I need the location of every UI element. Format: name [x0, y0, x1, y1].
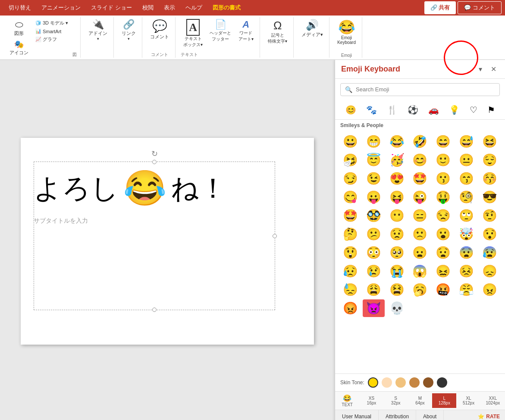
comment-button[interactable]: 💬 コメント — [458, 1, 502, 14]
emoji-cell[interactable]: 💀 — [386, 299, 408, 317]
emoji-cell[interactable]: 😭 — [386, 262, 408, 280]
textbox-button[interactable]: A テキストボックス▾ — [181, 17, 205, 50]
emoji-cell[interactable]: 😟 — [386, 225, 408, 243]
emoji-cell[interactable]: 😌 — [478, 151, 501, 169]
attribution-button[interactable]: Attribution — [379, 410, 416, 420]
emoji-cell[interactable]: 😰 — [478, 244, 501, 261]
emoji-cell[interactable]: 😦 — [409, 244, 431, 261]
emoji-cell[interactable]: 😏 — [339, 170, 362, 187]
emoji-cell[interactable]: 🤩 — [409, 170, 431, 187]
emoji-cell[interactable]: 😣 — [455, 262, 478, 280]
header-footer-button[interactable]: 📄 ヘッダーとフッター — [207, 17, 234, 44]
size-m[interactable]: M 64px — [408, 393, 432, 408]
comment-ribbon-button[interactable]: 💬 コメント — [147, 17, 172, 42]
size-l[interactable]: L 128px — [432, 393, 456, 408]
skin-tone-medium[interactable] — [409, 377, 420, 388]
tab-help[interactable]: ヘルプ — [180, 1, 207, 14]
emoji-cell[interactable]: 😠 — [478, 281, 501, 299]
emoji-cell[interactable]: 😩 — [363, 281, 385, 299]
skin-tone-dark[interactable] — [423, 377, 433, 388]
emoji-cell[interactable]: 😊 — [409, 151, 431, 169]
cat-food[interactable]: 🍴 — [385, 103, 399, 117]
tab-review[interactable]: 校閲 — [137, 1, 159, 14]
emoji-cell[interactable]: 🤔 — [339, 225, 362, 243]
search-input[interactable] — [356, 86, 495, 93]
panel-dropdown-button[interactable]: ▾ — [476, 64, 485, 74]
emoji-cell[interactable]: 😒 — [432, 207, 455, 224]
resize-handle-right[interactable] — [273, 234, 277, 238]
emoji-cell[interactable]: 😜 — [409, 188, 431, 206]
size-xxl[interactable]: XXL 1024px — [481, 393, 505, 408]
cat-symbols[interactable]: ♡ — [468, 103, 479, 117]
emoji-cell[interactable]: 🤨 — [478, 207, 501, 224]
emoji-cell[interactable]: 🥱 — [409, 281, 431, 299]
shapes-button[interactable]: ⬭ 図形 — [7, 17, 31, 38]
panel-close-button[interactable]: ✕ — [488, 64, 499, 74]
emoji-cell[interactable]: 😁 — [363, 133, 385, 150]
tab-shape-format[interactable]: 図形の書式 — [207, 1, 246, 14]
emoji-cell[interactable]: 🙁 — [409, 225, 431, 243]
emoji-cell[interactable]: 😶 — [386, 207, 408, 224]
emoji-cell[interactable]: 🥺 — [386, 244, 408, 261]
emoji-cell[interactable]: 😎 — [478, 188, 501, 206]
emoji-cell[interactable]: 👿 — [363, 299, 385, 317]
resize-handle-top[interactable] — [152, 160, 157, 164]
emoji-cell[interactable]: 😍 — [386, 170, 408, 187]
emoji-cell[interactable]: 🤯 — [455, 225, 478, 243]
emoji-cell[interactable]: 😅 — [455, 133, 478, 150]
rotation-handle[interactable]: ↻ — [151, 149, 158, 159]
cat-flags[interactable]: ⚑ — [486, 103, 497, 117]
emoji-cell[interactable]: 🤣 — [409, 133, 431, 150]
emoji-cell[interactable]: 🤩 — [339, 207, 362, 224]
emoji-cell[interactable]: 😮 — [432, 225, 455, 243]
rate-button[interactable]: ⭐ RATE — [473, 410, 505, 420]
emoji-cell[interactable]: 😗 — [432, 170, 455, 187]
emoji-cell[interactable]: 😛 — [363, 188, 385, 206]
emoji-cell[interactable]: 😆 — [478, 133, 501, 150]
emoji-cell[interactable]: 😙 — [455, 170, 478, 187]
emoji-scroll-area[interactable]: Smileys & People 😀 😁 😂 🤣 😄 😅 😆 🤧 😇 🥳 😊 🙂… — [335, 120, 505, 373]
cat-sports[interactable]: ⚽ — [406, 103, 420, 117]
emoji-cell[interactable]: 😋 — [339, 188, 362, 206]
emoji-cell[interactable]: 😖 — [432, 262, 455, 280]
emoji-cell[interactable]: 🥳 — [386, 151, 408, 169]
search-bar[interactable]: 🔍 — [340, 83, 500, 96]
emoji-cell[interactable]: 😯 — [478, 225, 501, 243]
emoji-cell[interactable]: 😓 — [339, 281, 362, 299]
smartart-button[interactable]: 📊 SmartArt — [33, 28, 71, 35]
emoji-cell[interactable]: 🙄 — [455, 207, 478, 224]
cat-objects[interactable]: 💡 — [447, 103, 461, 117]
emoji-cell[interactable]: 😝 — [386, 188, 408, 206]
symbol-button[interactable]: Ω 記号と特殊文字▾ — [265, 17, 290, 46]
emoji-cell[interactable]: 😨 — [455, 244, 478, 261]
emoji-keyboard-button[interactable]: 😂 EmojiKeyboard — [335, 17, 358, 47]
tab-animation[interactable]: アニメーション — [36, 1, 86, 14]
emoji-cell[interactable]: 🙂 — [432, 151, 455, 169]
slide[interactable]: ↻ よろし 😂 ね！ サブタイトルを入力 — [21, 138, 314, 345]
emoji-cell[interactable]: 🧐 — [455, 188, 478, 206]
media-button[interactable]: 🔊 メディア▾ — [299, 17, 326, 40]
emoji-cell[interactable]: 😑 — [409, 207, 431, 224]
emoji-cell[interactable]: 😇 — [363, 151, 385, 169]
size-xl[interactable]: XL 512px — [456, 393, 480, 408]
cat-travel[interactable]: 🚗 — [427, 103, 441, 117]
user-manual-button[interactable]: User Manual — [335, 410, 379, 420]
emoji-cell[interactable]: 🥸 — [363, 207, 385, 224]
wordart-button[interactable]: A ワードアート▾ — [235, 17, 256, 44]
slide-area[interactable]: ↻ よろし 😂 ね！ サブタイトルを入力 — [0, 60, 335, 420]
share-button[interactable]: 🔗 共有 — [424, 1, 456, 14]
size-xs[interactable]: XS 16px — [359, 393, 383, 408]
icons-button[interactable]: 🎭 アイコン — [7, 38, 31, 58]
emoji-cell[interactable]: 😐 — [455, 151, 478, 169]
skin-tone-darkest[interactable] — [437, 377, 447, 388]
emoji-cell[interactable]: 😥 — [339, 262, 362, 280]
resize-handle-bottom[interactable] — [152, 308, 157, 312]
addin-button[interactable]: 🔌 アドイン ▾ — [86, 17, 110, 43]
emoji-cell[interactable]: 😂 — [386, 133, 408, 150]
emoji-cell[interactable]: 😄 — [432, 133, 455, 150]
emoji-cell[interactable]: 😡 — [339, 299, 362, 317]
emoji-cell[interactable]: 😞 — [478, 262, 501, 280]
emoji-cell[interactable]: 😚 — [478, 170, 501, 187]
emoji-cell[interactable]: 🤧 — [339, 151, 362, 169]
skin-tone-light1[interactable] — [382, 377, 392, 388]
